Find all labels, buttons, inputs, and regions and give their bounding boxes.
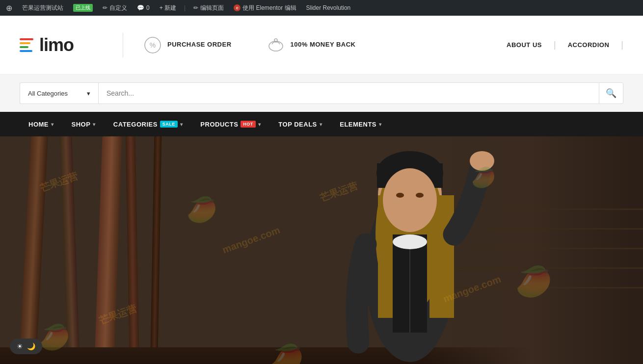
money-back-feature: 100% MONEY BACK [266,35,356,55]
nav-separator: | [554,40,556,50]
new-link[interactable]: + 新建 [158,4,178,12]
admin-bar: ⊕ 芒果运营测试站 已上线 ✏ 自定义 💬 0 + 新建 | ✏ 编辑页面 e … [0,0,643,16]
mango-icon-5: 🥭 [270,342,304,364]
category-chevron: ▾ [87,90,90,97]
logo-line-2 [20,42,30,44]
nav-categories-sale-badge: SALE [160,121,178,128]
logo-line-4 [20,50,32,52]
nav-item-products[interactable]: PRODUCTS HOT ▾ [191,112,269,136]
edit-icon: ✏ [193,4,198,11]
hero-person-svg [275,136,545,364]
hero-background: 芒果运营 mangoe.com 芒果运营 芒果运营 mangoe.com 🥭 🥭… [0,136,643,364]
site-name-link[interactable]: 芒果运营测试站 [20,4,65,12]
purchase-order-icon: % [143,35,162,55]
money-back-text: 100% MONEY BACK [291,41,356,49]
purchase-order-feature: % PURCHASE ORDER [143,35,232,55]
search-icon: 🔍 [606,88,616,99]
mango-icon-2: 🥭 [39,323,70,351]
category-label: All Categories [28,90,68,97]
live-status[interactable]: 已上线 [71,4,95,12]
nav-item-top-deals[interactable]: TOP DEALS ▾ [269,112,331,136]
separator-1: | [184,4,186,11]
purchase-order-title: PURCHASE ORDER [167,41,232,49]
nav-products-chevron: ▾ [258,122,261,127]
site-header: limo % PURCHASE ORDER 100% MONEY BACK AB… [0,16,643,75]
search-input[interactable] [98,82,599,104]
mango-icon-4: 🥭 [471,166,496,189]
dark-mode-toggle[interactable]: ☀ 🌙 [10,338,42,354]
live-badge: 已上线 [73,4,93,12]
svg-point-17 [393,234,427,249]
about-us-link[interactable]: ABOUT US [507,41,542,49]
slider-revolution-link[interactable]: Slider Revolution [304,4,353,11]
pencil-icon: ✏ [103,4,107,11]
nav-products-hot-badge: HOT [241,121,256,128]
nav-item-elements[interactable]: ELEMENTS ▾ [331,112,390,136]
svg-point-13 [416,193,424,198]
nav-shop-label: SHOP [72,121,91,128]
nav-elements-label: ELEMENTS [340,121,376,128]
nav-products-label: PRODUCTS [200,121,238,128]
nav-elements-chevron: ▾ [379,122,382,127]
edit-page-link[interactable]: ✏ 编辑页面 [191,4,226,12]
nav-item-categories[interactable]: CATEGORIES SALE ▾ [105,112,192,136]
comments-link[interactable]: 💬 0 [135,4,152,11]
logo-line-3 [20,46,28,48]
purchase-order-text: PURCHASE ORDER [167,41,232,49]
logo-lines-icon [20,38,33,52]
elementor-icon: e [234,4,241,11]
beam-4 [126,136,140,364]
category-dropdown[interactable]: All Categories ▾ [20,82,98,104]
header-nav-right: ABOUT US | ACCORDION | [507,40,623,50]
money-back-icon [266,35,286,55]
money-back-title: 100% MONEY BACK [291,41,356,49]
logo-area[interactable]: limo [20,35,74,55]
comment-icon: 💬 [137,4,144,11]
beam-5 [150,136,162,364]
svg-text:%: % [150,41,156,49]
site-name: 芒果运营测试站 [22,4,63,12]
beam-3 [94,136,122,364]
nav-categories-chevron: ▾ [180,122,183,127]
nav-item-shop[interactable]: SHOP ▾ [63,112,105,136]
nav-top-deals-label: TOP DEALS [278,121,317,128]
logo-line-1 [20,38,33,40]
search-button[interactable]: 🔍 [599,82,623,104]
nav-home-chevron: ▾ [51,122,54,127]
nav-item-home[interactable]: HOME ▾ [20,112,63,136]
logo-text: limo [39,35,74,55]
moon-icon: 🌙 [27,342,35,350]
header-divider [123,33,123,57]
hero-section: 芒果运营 mangoe.com 芒果运营 芒果运营 mangoe.com 🥭 🥭… [0,136,643,364]
elementor-link[interactable]: e 使用 Elementor 编辑 [232,4,298,12]
wp-icon: ⊕ [6,3,12,13]
nav-separator-2: | [621,40,623,50]
watermark-2: mangoe.com [221,225,282,256]
nav-top-deals-chevron: ▾ [320,122,322,127]
svg-point-2 [269,41,283,51]
wp-icon-link[interactable]: ⊕ [4,3,14,13]
nav-home-label: HOME [28,121,49,128]
search-input-wrap [98,82,599,104]
mango-icon-1: 🥭 [187,195,217,224]
main-nav: HOME ▾ SHOP ▾ CATEGORIES SALE ▾ PRODUCTS… [0,112,643,136]
accordion-link[interactable]: ACCORDION [568,41,610,49]
nav-shop-chevron: ▾ [93,122,96,127]
nav-categories-label: CATEGORIES [113,121,158,128]
mango-icon-3: 🥭 [515,264,552,299]
sun-icon: ☀ [17,342,23,350]
svg-point-11 [383,168,437,232]
customize-link[interactable]: ✏ 自定义 [101,4,129,12]
search-bar: All Categories ▾ 🔍 [0,75,643,112]
svg-point-12 [396,193,404,198]
